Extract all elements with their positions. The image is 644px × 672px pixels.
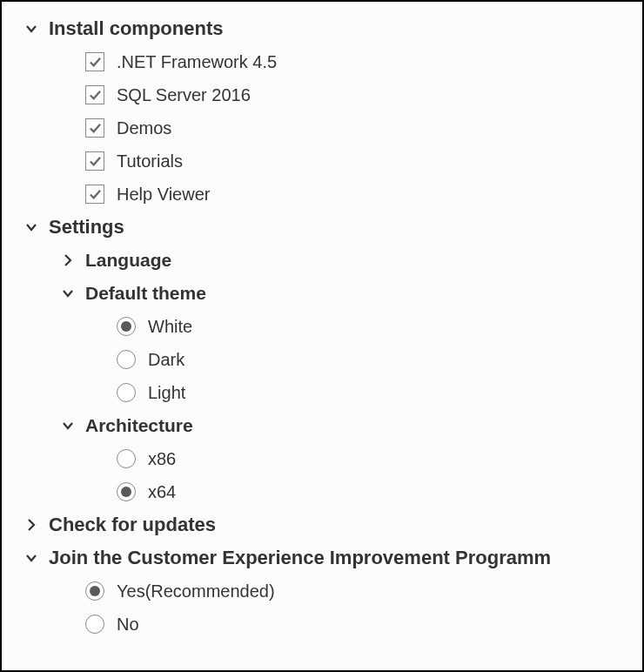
install-item-label: Help Viewer: [117, 185, 210, 205]
radio-arch-x86[interactable]: [117, 449, 136, 468]
radio-theme-light[interactable]: [117, 383, 136, 402]
chevron-right-icon: [23, 516, 40, 534]
subsection-architecture-header[interactable]: Architecture: [10, 409, 634, 442]
ceip-option-label: Yes(Recommended): [117, 581, 275, 601]
arch-option-x86[interactable]: x86: [10, 442, 634, 475]
subsection-theme-header[interactable]: Default theme: [10, 277, 634, 310]
radio-arch-x64[interactable]: [117, 482, 136, 501]
checkbox-tutorials[interactable]: [85, 151, 104, 171]
ceip-option-no[interactable]: No: [10, 608, 634, 641]
chevron-down-icon: [59, 285, 77, 302]
install-item-label: Demos: [117, 118, 171, 138]
subsection-language-header[interactable]: Language: [10, 244, 634, 277]
theme-option-label: Dark: [148, 350, 184, 370]
section-install-header[interactable]: Install components: [10, 12, 634, 45]
checkbox-demos[interactable]: [85, 118, 104, 138]
section-settings-label: Settings: [49, 216, 124, 239]
section-ceip-header[interactable]: Join the Customer Experience Improvement…: [10, 541, 634, 575]
install-item-label: .NET Framework 4.5: [117, 52, 277, 72]
chevron-down-icon: [59, 417, 77, 434]
chevron-down-icon: [23, 218, 40, 236]
install-item-demos[interactable]: Demos: [10, 111, 634, 144]
section-updates-header[interactable]: Check for updates: [10, 508, 634, 541]
radio-theme-dark[interactable]: [117, 350, 136, 369]
ceip-option-yes[interactable]: Yes(Recommended): [10, 575, 634, 608]
theme-option-label: White: [148, 317, 192, 337]
radio-theme-white[interactable]: [117, 317, 136, 336]
theme-option-dark[interactable]: Dark: [10, 343, 634, 376]
checkbox-helpviewer[interactable]: [85, 185, 104, 204]
arch-option-label: x86: [148, 449, 176, 469]
subsection-theme-label: Default theme: [85, 283, 206, 304]
section-install-label: Install components: [49, 17, 223, 40]
arch-option-x64[interactable]: x64: [10, 475, 634, 508]
chevron-right-icon: [59, 252, 77, 269]
section-settings-header[interactable]: Settings: [10, 211, 634, 244]
install-item-helpviewer[interactable]: Help Viewer: [10, 178, 634, 211]
section-updates-label: Check for updates: [49, 514, 216, 536]
theme-option-light[interactable]: Light: [10, 376, 634, 409]
ceip-option-label: No: [117, 615, 139, 635]
theme-option-white[interactable]: White: [10, 310, 634, 343]
checkbox-dotnet[interactable]: [85, 52, 104, 71]
install-item-tutorials[interactable]: Tutorials: [10, 144, 634, 178]
radio-ceip-no[interactable]: [85, 615, 104, 634]
section-ceip-label: Join the Customer Experience Improvement…: [49, 547, 551, 569]
settings-panel: Install components .NET Framework 4.5 SQ…: [0, 0, 644, 672]
install-item-label: Tutorials: [117, 151, 183, 171]
subsection-language-label: Language: [85, 250, 171, 271]
chevron-down-icon: [23, 549, 40, 567]
chevron-down-icon: [23, 20, 40, 37]
install-item-sqlserver[interactable]: SQL Server 2016: [10, 78, 634, 111]
theme-option-label: Light: [148, 383, 185, 403]
install-item-label: SQL Server 2016: [117, 85, 251, 105]
subsection-architecture-label: Architecture: [85, 415, 193, 436]
radio-ceip-yes[interactable]: [85, 581, 104, 601]
arch-option-label: x64: [148, 482, 176, 502]
checkbox-sqlserver[interactable]: [85, 85, 104, 104]
install-item-dotnet[interactable]: .NET Framework 4.5: [10, 45, 634, 78]
